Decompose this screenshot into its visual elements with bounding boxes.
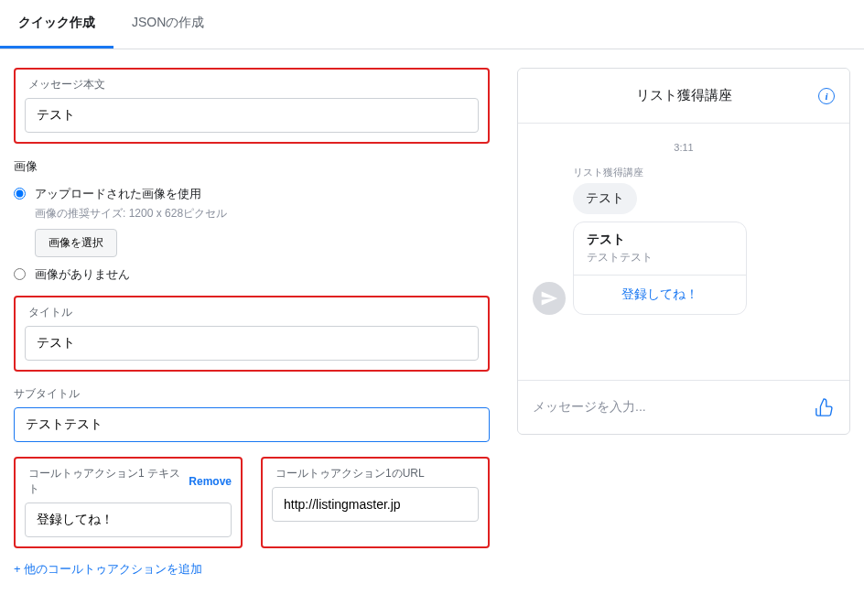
- title-label: タイトル: [25, 305, 479, 320]
- preview-panel-container: リスト獲得講座 i 3:11 リスト獲得講座 テスト テスト: [517, 68, 850, 578]
- message-body-label: メッセージ本文: [25, 77, 479, 92]
- select-image-button[interactable]: 画像を選択: [35, 229, 117, 257]
- radio-none-input[interactable]: [14, 268, 26, 280]
- radio-no-image: 画像がありません: [14, 266, 490, 283]
- tab-json-create[interactable]: JSONの作成: [113, 0, 222, 49]
- preview-card-subtitle: テストテスト: [587, 250, 733, 265]
- preview-sender: リスト獲得講座: [573, 166, 835, 179]
- title-input[interactable]: [25, 326, 479, 361]
- radio-uploaded-input[interactable]: [14, 188, 26, 200]
- image-section-label: 画像: [14, 158, 490, 175]
- subtitle-input[interactable]: [14, 407, 490, 442]
- preview-message-row: テスト: [533, 183, 835, 214]
- form-panel: メッセージ本文 画像 アップロードされた画像を使用 画像の推奨サイズ: 1200…: [14, 68, 490, 578]
- title-field: タイトル: [14, 296, 490, 372]
- tabs: クイック作成 JSONの作成: [0, 0, 864, 49]
- preview-card-button: 登録してね！: [574, 275, 746, 314]
- cta1-url-input[interactable]: [272, 487, 479, 522]
- cta1-remove-link[interactable]: Remove: [189, 475, 232, 488]
- image-radio-group: アップロードされた画像を使用 画像の推奨サイズ: 1200 x 628ピクセル …: [14, 186, 490, 283]
- radio-uploaded-image: アップロードされた画像を使用 画像の推奨サイズ: 1200 x 628ピクセル …: [14, 186, 490, 257]
- subtitle-field: サブタイトル: [14, 386, 490, 442]
- preview-title: リスト獲得講座: [636, 87, 732, 104]
- preview-input-placeholder: メッセージを入力...: [533, 399, 646, 416]
- cta-row: コールトゥアクション1 テキスト Remove コールトゥアクション1のURL: [14, 457, 490, 548]
- cta1-text-field: コールトゥアクション1 テキスト Remove: [14, 457, 243, 548]
- preview-header: リスト獲得講座 i: [518, 69, 849, 124]
- add-cta-link[interactable]: + 他のコールトゥアクションを追加: [14, 561, 202, 578]
- preview-panel: リスト獲得講座 i 3:11 リスト獲得講座 テスト テスト: [517, 68, 850, 435]
- image-size-hint: 画像の推奨サイズ: 1200 x 628ピクセル: [35, 206, 490, 222]
- cta1-text-label: コールトゥアクション1 テキスト: [25, 466, 189, 497]
- info-icon: i: [818, 88, 835, 104]
- tab-quick-create[interactable]: クイック作成: [0, 0, 113, 49]
- preview-body: 3:11 リスト獲得講座 テスト テスト テストテスト 登録して: [518, 124, 849, 380]
- message-body-field: メッセージ本文: [14, 68, 490, 144]
- cta1-text-input[interactable]: [25, 503, 232, 537]
- preview-time: 3:11: [533, 142, 835, 153]
- radio-uploaded-label: アップロードされた画像を使用: [35, 186, 490, 202]
- preview-card: テスト テストテスト 登録してね！: [573, 222, 747, 315]
- radio-none-label: 画像がありません: [35, 266, 490, 283]
- message-body-input[interactable]: [25, 98, 479, 133]
- cta1-url-label: コールトゥアクション1のURL: [272, 466, 479, 481]
- subtitle-label: サブタイトル: [14, 386, 490, 402]
- main-content: メッセージ本文 画像 アップロードされた画像を使用 画像の推奨サイズ: 1200…: [0, 49, 864, 596]
- preview-card-title: テスト: [587, 232, 733, 248]
- preview-message-bubble: テスト: [573, 183, 637, 214]
- preview-card-row: テスト テストテスト 登録してね！: [533, 222, 835, 315]
- avatar-icon: [533, 282, 566, 315]
- cta1-url-field: コールトゥアクション1のURL: [261, 457, 490, 548]
- preview-footer: メッセージを入力...: [518, 380, 849, 434]
- thumbs-up-icon: [815, 397, 835, 417]
